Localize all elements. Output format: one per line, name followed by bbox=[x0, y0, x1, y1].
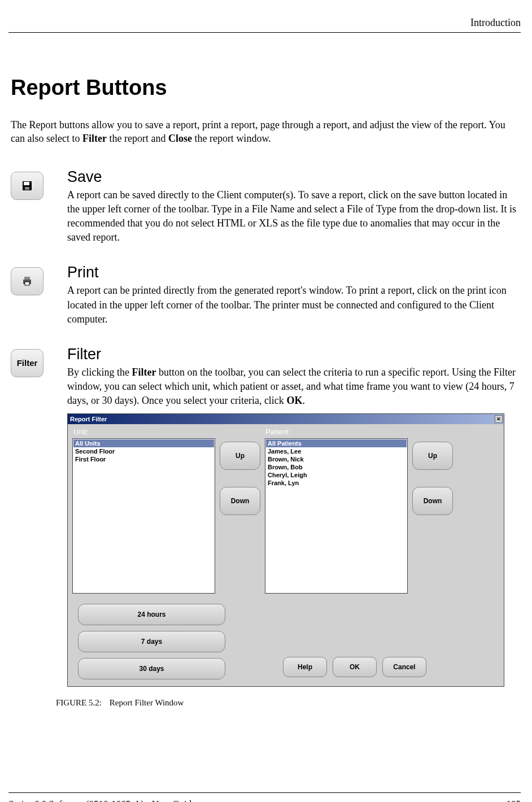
filter-body: By clicking the Filter button on the too… bbox=[67, 365, 518, 408]
close-icon: ✕ bbox=[496, 416, 501, 422]
list-item[interactable]: Second Floor bbox=[73, 447, 214, 455]
filter-body-bold2: OK bbox=[286, 395, 302, 406]
figure-caption: FIGURE 5.2:Report Filter Window bbox=[56, 698, 518, 708]
section-filter: Filter Filter By clicking the Filter but… bbox=[11, 346, 518, 408]
filter-body-post: . bbox=[302, 395, 305, 406]
page-number: 105 bbox=[507, 799, 521, 802]
list-item[interactable]: All Patients bbox=[266, 439, 407, 447]
time-7days-button[interactable]: 7 days bbox=[78, 631, 225, 652]
filter-icon: Filter bbox=[11, 349, 43, 377]
unit-label: Unit: bbox=[73, 428, 265, 436]
section-print: Print A report can be printed directly f… bbox=[11, 264, 518, 326]
list-item[interactable]: Brown, Nick bbox=[266, 455, 407, 463]
report-filter-dialog: Report Filter ✕ Unit: Patient: All Units… bbox=[67, 413, 504, 687]
list-item[interactable]: First Floor bbox=[73, 455, 214, 463]
dialog-title: Report Filter bbox=[70, 416, 107, 422]
print-heading: Print bbox=[67, 264, 518, 281]
intro-text-post: the report window. bbox=[192, 133, 271, 144]
patient-up-button[interactable]: Up bbox=[412, 442, 453, 470]
dialog-titlebar: Report Filter ✕ bbox=[68, 414, 504, 424]
intro-bold-filter: Filter bbox=[82, 133, 107, 144]
close-button[interactable]: ✕ bbox=[495, 415, 503, 423]
unit-up-button[interactable]: Up bbox=[220, 442, 260, 470]
intro-text-mid: the report and bbox=[107, 133, 168, 144]
unit-down-button[interactable]: Down bbox=[220, 487, 260, 515]
header-breadcrumb: Introduction bbox=[8, 17, 521, 29]
filter-heading: Filter bbox=[67, 346, 518, 363]
filter-body-pre: By clicking the bbox=[67, 367, 132, 378]
time-24hours-button[interactable]: 24 hours bbox=[78, 604, 225, 625]
cancel-button[interactable]: Cancel bbox=[382, 657, 426, 677]
svg-rect-2 bbox=[25, 187, 29, 190]
patient-down-button[interactable]: Down bbox=[412, 487, 453, 515]
svg-rect-1 bbox=[24, 182, 29, 185]
help-button[interactable]: Help bbox=[283, 657, 327, 677]
list-item[interactable]: All Units bbox=[73, 439, 214, 447]
list-item[interactable]: Cheryl, Leigh bbox=[266, 471, 407, 479]
ok-button[interactable]: OK bbox=[333, 657, 377, 677]
footer-left: Series 6.0 Software (0510-1065-A) - User… bbox=[8, 799, 507, 802]
list-item[interactable]: Brown, Bob bbox=[266, 463, 407, 471]
save-body: A report can be saved directly to the Cl… bbox=[67, 188, 518, 245]
svg-rect-5 bbox=[25, 282, 29, 285]
save-heading: Save bbox=[67, 168, 518, 186]
list-item[interactable]: Frank, Lyn bbox=[266, 479, 407, 487]
patient-listbox[interactable]: All Patients James, Lee Brown, Nick Brow… bbox=[265, 438, 408, 594]
patient-label: Patient: bbox=[265, 428, 498, 436]
intro-paragraph: The Report buttons allow you to save a r… bbox=[11, 118, 518, 146]
page-title: Report Buttons bbox=[11, 76, 518, 100]
intro-bold-close: Close bbox=[168, 133, 192, 144]
svg-rect-3 bbox=[24, 277, 30, 280]
unit-listbox[interactable]: All Units Second Floor First Floor bbox=[72, 438, 215, 594]
figure-number: FIGURE 5.2: bbox=[56, 698, 102, 707]
filter-body-bold1: Filter bbox=[132, 367, 156, 378]
filter-icon-label: Filter bbox=[17, 358, 38, 368]
time-30days-button[interactable]: 30 days bbox=[78, 658, 225, 679]
section-save: Save A report can be saved directly to t… bbox=[11, 168, 518, 245]
figure-text: Report Filter Window bbox=[110, 698, 184, 707]
save-icon bbox=[11, 172, 43, 200]
list-item[interactable]: James, Lee bbox=[266, 447, 407, 455]
print-icon bbox=[11, 267, 43, 295]
print-body: A report can be printed directly from th… bbox=[67, 284, 518, 326]
header-rule bbox=[8, 32, 521, 33]
